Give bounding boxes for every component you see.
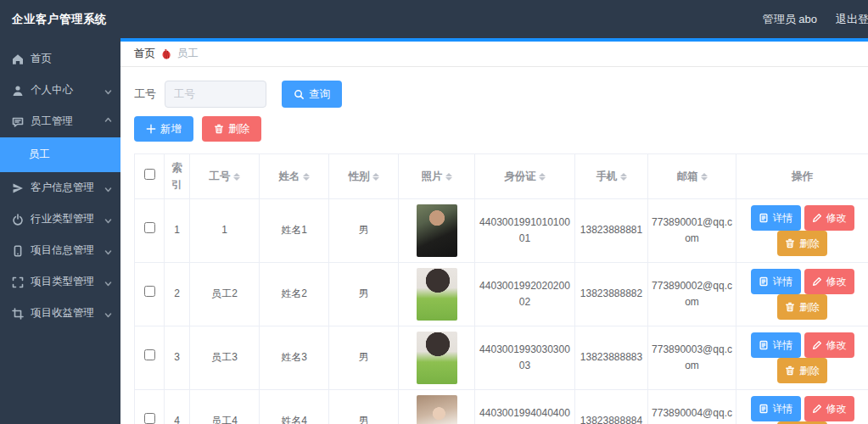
delete-button[interactable]: 删除 bbox=[777, 358, 827, 383]
cell-actions: 详情修改删除 bbox=[736, 263, 868, 326]
sidebar-item-label: 客户信息管理 bbox=[31, 181, 94, 195]
cell-id-card: 440300199101010001 bbox=[475, 199, 575, 263]
chevron-down-icon bbox=[104, 184, 112, 192]
detail-button[interactable]: 详情 bbox=[751, 396, 801, 421]
logout-link[interactable]: 退出登录 bbox=[836, 12, 868, 27]
cell-email: 773890001@qq.com bbox=[648, 199, 736, 263]
search-bar: 工号 查询 bbox=[134, 81, 868, 108]
delete-button[interactable]: 删除 bbox=[777, 294, 827, 320]
cell-name: 姓名4 bbox=[260, 390, 329, 424]
select-all-checkbox[interactable] bbox=[144, 169, 155, 180]
sidebar-item-project-info-management[interactable]: 项目信息管理 bbox=[0, 235, 120, 266]
col-header-phone[interactable]: 手机 bbox=[575, 154, 648, 199]
detail-button[interactable]: 详情 bbox=[751, 332, 801, 358]
document-icon bbox=[759, 213, 769, 223]
user-icon bbox=[12, 85, 24, 97]
table-row: 2 员工2 姓名2 男 440300199202020002 138238888… bbox=[135, 263, 868, 326]
cell-id-card: 440300199404040004 bbox=[475, 390, 575, 424]
sort-caret-icon bbox=[701, 173, 708, 181]
cell-id-card: 440300199202020002 bbox=[475, 263, 575, 326]
fullscreen-icon bbox=[12, 276, 24, 288]
cell-email: 773890002@qq.com bbox=[648, 263, 736, 326]
cell-actions: 详情修改删除 bbox=[736, 326, 868, 390]
sidebar-item-project-type-management[interactable]: 项目类型管理 bbox=[0, 266, 120, 298]
sidebar-item-label: 项目类型管理 bbox=[31, 275, 94, 289]
power-icon bbox=[12, 214, 24, 226]
sidebar-item-label: 项目信息管理 bbox=[31, 243, 94, 258]
employee-photo bbox=[417, 395, 457, 424]
col-header-actions: 操作 bbox=[736, 154, 868, 199]
batch-delete-button[interactable]: 删除 bbox=[202, 116, 261, 142]
col-header-id-card[interactable]: 身份证 bbox=[475, 154, 575, 199]
sidebar-item-label: 首页 bbox=[31, 52, 52, 66]
cell-job-no: 1 bbox=[190, 199, 260, 263]
sidebar: 企业客户管理系统 首页 个人中心 员工管理 员工 客户信息管理 bbox=[0, 0, 120, 424]
chevron-down-icon bbox=[104, 310, 112, 317]
pencil-icon bbox=[812, 213, 822, 223]
sidebar-item-employee-management[interactable]: 员工管理 bbox=[0, 106, 120, 137]
col-header-photo[interactable]: 照片 bbox=[399, 154, 475, 199]
cell-phone: 13823888884 bbox=[575, 390, 648, 424]
col-header-email[interactable]: 邮箱 bbox=[648, 154, 736, 199]
edit-button[interactable]: 修改 bbox=[804, 205, 854, 231]
edit-button[interactable]: 修改 bbox=[804, 269, 854, 294]
breadcrumb: 首页 员工 bbox=[120, 42, 868, 67]
document-icon bbox=[759, 276, 769, 287]
sidebar-item-customer-info-management[interactable]: 客户信息管理 bbox=[0, 172, 120, 204]
sort-caret-icon bbox=[539, 173, 546, 181]
delete-button[interactable]: 删除 bbox=[777, 231, 827, 256]
cell-email: 773890003@qq.com bbox=[648, 326, 736, 390]
row-checkbox[interactable] bbox=[144, 222, 155, 233]
cell-job-no: 员工2 bbox=[190, 263, 260, 326]
trash-icon bbox=[785, 365, 795, 376]
sidebar-item-home[interactable]: 首页 bbox=[0, 43, 120, 75]
detail-button[interactable]: 详情 bbox=[751, 269, 801, 294]
edit-button[interactable]: 修改 bbox=[804, 332, 854, 358]
query-button[interactable]: 查询 bbox=[282, 81, 342, 108]
main-column: 管理员 abo 退出登录 首页 员工 工号 查询 新增 bbox=[120, 0, 868, 424]
breadcrumb-home-link[interactable]: 首页 bbox=[134, 47, 155, 61]
detail-button[interactable]: 详情 bbox=[751, 205, 801, 231]
col-header-gender[interactable]: 性别 bbox=[329, 154, 399, 199]
content-panel: 工号 查询 新增 删除 bbox=[120, 67, 868, 424]
employee-photo bbox=[417, 332, 457, 384]
cell-actions: 详情修改删除 bbox=[736, 199, 868, 263]
admin-user-menu[interactable]: 管理员 abo bbox=[763, 12, 817, 27]
cell-name: 姓名1 bbox=[260, 199, 329, 263]
plus-icon bbox=[146, 124, 156, 134]
sidebar-item-project-revenue-management[interactable]: 项目收益管理 bbox=[0, 298, 120, 329]
mobile-phone-icon bbox=[12, 245, 24, 257]
table-row: 1 1 姓名1 男 440300199101010001 13823888881… bbox=[135, 199, 868, 263]
cell-gender: 男 bbox=[329, 263, 399, 326]
cell-index: 2 bbox=[165, 263, 190, 326]
sidebar-item-industry-type-management[interactable]: 行业类型管理 bbox=[0, 204, 120, 235]
cell-phone: 13823888881 bbox=[575, 199, 648, 263]
document-icon bbox=[759, 340, 769, 350]
send-icon bbox=[12, 182, 24, 194]
edit-button[interactable]: 修改 bbox=[804, 396, 854, 421]
cell-job-no: 员工3 bbox=[190, 326, 260, 390]
search-icon bbox=[294, 89, 305, 100]
sort-caret-icon bbox=[372, 173, 379, 181]
cell-index: 1 bbox=[165, 199, 190, 263]
job-no-input[interactable] bbox=[165, 81, 266, 108]
chevron-down-icon bbox=[104, 247, 112, 254]
cell-name: 姓名2 bbox=[260, 263, 329, 326]
sidebar-subitem-employee-active[interactable]: 员工 bbox=[0, 137, 120, 172]
sidebar-item-personal-center[interactable]: 个人中心 bbox=[0, 75, 120, 106]
row-checkbox[interactable] bbox=[144, 286, 155, 297]
col-header-job-no[interactable]: 工号 bbox=[190, 154, 260, 199]
sidebar-item-label: 项目收益管理 bbox=[31, 306, 94, 321]
pencil-icon bbox=[812, 404, 822, 414]
row-checkbox[interactable] bbox=[144, 413, 155, 424]
table-toolbar: 新增 删除 bbox=[134, 116, 868, 142]
trash-icon bbox=[785, 302, 795, 312]
col-header-name[interactable]: 姓名 bbox=[260, 154, 329, 199]
table-row: 3 员工3 姓名3 男 440300199303030003 138238888… bbox=[135, 326, 868, 390]
sidebar-item-label: 个人中心 bbox=[31, 83, 73, 98]
add-button[interactable]: 新增 bbox=[134, 116, 193, 142]
cell-id-card: 440300199303030003 bbox=[475, 326, 575, 390]
cell-phone: 13823888883 bbox=[575, 326, 648, 390]
col-header-index: 索引 bbox=[165, 154, 190, 199]
row-checkbox[interactable] bbox=[144, 349, 155, 360]
